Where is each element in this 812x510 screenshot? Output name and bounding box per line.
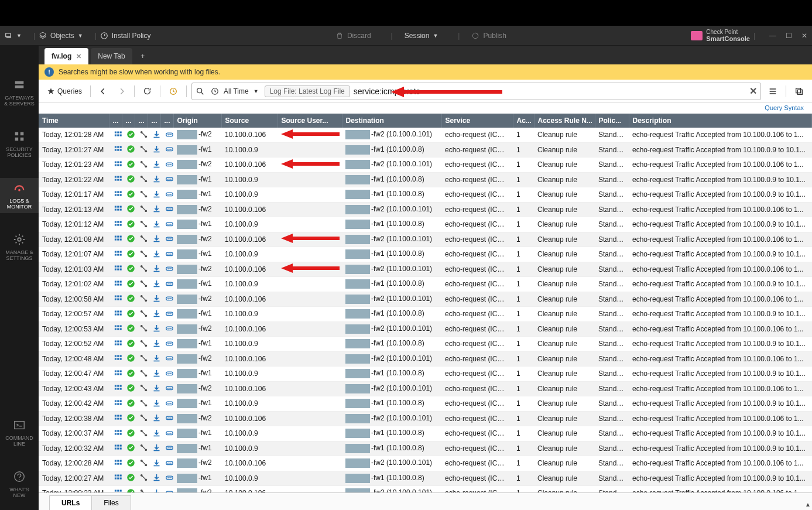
vpn-icon: vpn [164,354,173,363]
svg-rect-153 [119,310,121,312]
sidebar-item-logs[interactable]: LOGS & MONITOR [0,178,39,213]
cell-destination: -fw1 (10.100.0.8) [342,217,441,232]
header-time[interactable]: Time [39,114,109,128]
cell-description: echo-request Traffic Accepted from 10.10… [629,247,812,262]
header-ic4[interactable]: ... [148,114,160,128]
header-source[interactable]: Source [221,114,277,128]
favorite-button[interactable]: Queries [43,85,85,98]
table-row[interactable]: Today, 12:01:27 AM vpn -fw1 10.100.0.9 -… [39,142,812,158]
auto-refresh-button[interactable] [165,84,181,98]
sidebar-item-manage[interactable]: MANAGE & SETTINGS [0,230,39,265]
cell-access: 1 [513,128,534,142]
close-button[interactable]: ✕ [801,32,807,40]
header-rule[interactable]: Access Rule N... [534,114,595,128]
table-row[interactable]: Today, 12:01:13 AM vpn -fw2 10.100.0.106… [39,202,812,217]
svg-rect-7 [20,138,24,141]
table-row[interactable]: Today, 12:01:08 AM vpn -fw2 10.100.0.106… [39,232,812,247]
header-policy[interactable]: Polic... [595,114,629,128]
header-ic5[interactable]: ... [160,114,173,128]
cell-destination: -fw2 (10.100.0.101) [342,381,441,396]
refresh-button[interactable] [139,84,155,98]
publish-button[interactable]: Publish [471,32,506,40]
search-box[interactable]: All Time▼ Log File: Latest Log File serv… [191,83,761,100]
tab-newtab[interactable]: New Tab [91,48,132,64]
tab-close-icon[interactable]: ✕ [76,53,81,60]
svg-rect-208 [119,385,121,387]
svg-rect-121 [114,269,116,271]
objects-dropdown[interactable]: Objects▼ [39,32,83,40]
accept-icon [125,428,135,437]
cell-description: echo-request Traffic Accepted from 10.10… [629,351,812,367]
query-syntax-link[interactable]: Query Syntax [765,104,804,111]
table-row[interactable]: Today, 12:01:12 AM vpn -fw1 10.100.0.9 -… [39,217,812,232]
cell-access: 1 [513,337,534,352]
header-access[interactable]: Ac... [513,114,534,128]
install-policy-button[interactable]: Install Policy [100,32,151,40]
download-icon [151,129,160,139]
header-ic2[interactable]: ... [122,114,135,128]
table-row[interactable]: Today, 12:01:23 AM vpn -fw2 10.100.0.106… [39,158,812,173]
accept-icon [125,488,135,492]
header-description[interactable]: Description [629,114,812,128]
cell-destination: -fw1 (10.100.0.8) [342,277,441,292]
sidebar-item-gateways[interactable]: GATEWAYS & SERVERS [0,75,39,110]
clear-search-button[interactable]: ✕ [749,85,757,97]
grid-icon [112,174,122,184]
cell-origin: -fw1 [173,426,221,441]
table-row[interactable]: Today, 12:01:22 AM vpn -fw1 10.100.0.9 -… [39,172,812,187]
table-row[interactable]: Today, 12:00:52 AM vpn -fw1 10.100.0.9 -… [39,337,812,352]
table-row[interactable]: Today, 12:00:38 AM vpn -fw2 10.100.0.106… [39,411,812,426]
table-row[interactable]: Today, 12:00:43 AM vpn -fw2 10.100.0.106… [39,381,812,396]
app-menu-button[interactable]: ▼ [5,32,22,40]
table-row[interactable]: Today, 12:01:02 AM vpn -fw1 10.100.0.9 -… [39,277,812,292]
connection-icon [138,159,148,169]
bottom-tab-files[interactable]: Files [91,495,131,510]
table-row[interactable]: Today, 12:01:03 AM vpn -fw2 10.100.0.106… [39,262,812,277]
cell-destination: -fw2 (10.100.0.101) [342,411,441,426]
tab-add-button[interactable]: + [135,48,151,64]
accept-icon [125,384,135,393]
session-dropdown[interactable]: Session▼ [405,32,438,40]
header-destination[interactable]: Destination [342,114,441,128]
sidebar-item-commandline[interactable]: COMMAND LINE [0,415,39,450]
table-row[interactable]: Today, 12:00:37 AM vpn -fw1 10.100.0.9 -… [39,426,812,441]
header-origin[interactable]: Origin [173,114,221,128]
table-row[interactable]: Today, 12:01:28 AM vpn -fw2 10.100.0.106… [39,128,812,142]
table-row[interactable]: Today, 12:00:23 AM vpn -fw2 10.100.0.106… [39,486,812,493]
options-button[interactable] [765,84,781,98]
table-row[interactable]: Today, 12:00:57 AM vpn -fw1 10.100.0.9 -… [39,307,812,322]
sidebar-item-policies[interactable]: SECURITY POLICIES [0,126,39,162]
bottom-tab-urls[interactable]: URLs [49,495,92,510]
svg-rect-273 [117,475,119,477]
table-row[interactable]: Today, 12:01:07 AM vpn -fw1 10.100.0.9 -… [39,247,812,262]
discard-button[interactable]: Discard [335,32,371,40]
minimize-button[interactable]: — [769,32,776,40]
sidebar-item-whatsnew[interactable]: WHAT'S NEW [0,467,39,502]
vpn-icon: vpn [164,473,173,482]
maximize-button[interactable]: ☐ [786,32,792,40]
table-row[interactable]: Today, 12:00:48 AM vpn -fw2 10.100.0.106… [39,351,812,367]
tab-fwlog[interactable]: fw.log✕ [44,48,88,64]
time-filter-dropdown[interactable]: All Time▼ [208,86,261,97]
table-row[interactable]: Today, 12:00:27 AM vpn -fw1 10.100.0.9 -… [39,471,812,486]
table-row[interactable]: Today, 12:00:53 AM vpn -fw2 10.100.0.106… [39,321,812,337]
logfile-chip[interactable]: Log File: Latest Log File [265,85,350,97]
cell-source: 10.100.0.106 [221,381,277,396]
cell-time: Today, 12:01:27 AM [39,142,109,158]
nav-forward-button[interactable] [114,85,129,98]
header-ic3[interactable]: ... [135,114,148,128]
export-button[interactable] [791,84,807,98]
table-row[interactable]: Today, 12:00:42 AM vpn -fw1 10.100.0.9 -… [39,396,812,412]
table-row[interactable]: Today, 12:00:47 AM vpn -fw1 10.100.0.9 -… [39,367,812,382]
log-table-container[interactable]: Time ... ... ... ... ... Origin Source S… [39,114,812,492]
table-row[interactable]: Today, 12:00:28 AM vpn -fw2 10.100.0.106… [39,456,812,471]
download-icon [151,219,160,228]
cell-access: 1 [513,158,534,173]
header-ic1[interactable]: ... [109,114,122,128]
table-row[interactable]: Today, 12:01:17 AM vpn -fw1 10.100.0.9 -… [39,187,812,203]
header-source-user[interactable]: Source User... [277,114,342,128]
nav-back-button[interactable] [95,85,111,98]
header-service[interactable]: Service [441,114,513,128]
table-row[interactable]: Today, 12:00:58 AM vpn -fw2 10.100.0.106… [39,292,812,307]
table-row[interactable]: Today, 12:00:32 AM vpn -fw1 10.100.0.9 -… [39,441,812,456]
